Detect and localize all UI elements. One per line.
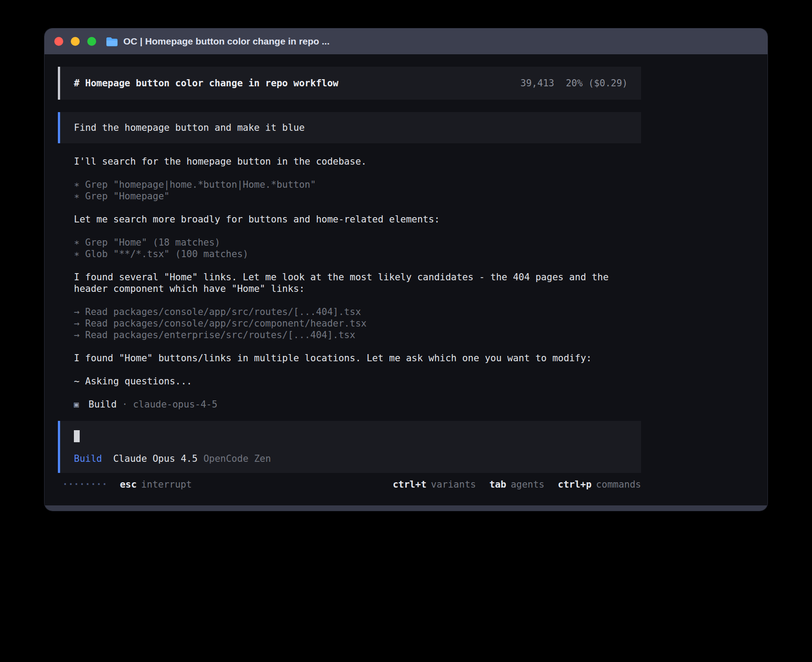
session-stats: 39,413 20% ($0.29)	[520, 78, 628, 89]
assistant-text: Let me search more broadly for buttons a…	[74, 214, 641, 225]
prompt-input[interactable]: Build Claude Opus 4.5 OpenCode Zen	[58, 421, 641, 473]
text-cursor	[74, 430, 80, 442]
tool-call-grep: ∗ Grep "homepage|home.*button|Home.*butt…	[74, 179, 641, 190]
folder-icon	[106, 37, 118, 46]
activity-dots: ········	[62, 479, 107, 490]
commands-hint: ctrl+p commands	[558, 479, 641, 490]
agents-label: agents	[511, 479, 544, 490]
context-cost: 20% ($0.29)	[566, 78, 628, 89]
session-title: # Homepage button color change in repo w…	[74, 78, 338, 89]
variants-hint: ctrl+t variants	[393, 479, 476, 490]
tool-call-grep: ∗ Grep "Homepage"	[74, 190, 641, 202]
statusbar: ········ esc interrupt ctrl+t variants t…	[58, 479, 641, 490]
traffic-lights	[54, 37, 96, 46]
tool-call-read: → Read packages/console/app/src/componen…	[74, 318, 641, 329]
interrupt-hint: esc interrupt	[120, 479, 192, 490]
agents-key: tab	[489, 479, 506, 490]
interrupt-label: interrupt	[141, 479, 192, 490]
agent-line: ▣ Build · claude-opus-4-5	[74, 399, 641, 410]
interrupt-key: esc	[120, 479, 137, 490]
tool-call-read: → Read packages/enterprise/src/routes/[.…	[74, 329, 641, 341]
close-button[interactable]	[54, 37, 63, 46]
agent-name: Build	[89, 399, 117, 410]
agents-hint: tab agents	[489, 479, 544, 490]
tool-call-read: → Read packages/console/app/src/routes/[…	[74, 306, 641, 318]
model-name: Claude Opus 4.5	[113, 453, 198, 464]
assistant-text: I found "Home" buttons/links in multiple…	[74, 352, 641, 364]
mode-name[interactable]: Build	[74, 453, 102, 464]
session-header: # Homepage button color change in repo w…	[58, 67, 641, 100]
agent-model: claude-opus-4-5	[133, 399, 218, 410]
commands-label: commands	[596, 479, 641, 490]
token-count: 39,413	[520, 78, 554, 89]
minimize-button[interactable]	[71, 37, 80, 46]
transcript: I'll search for the homepage button in t…	[58, 156, 641, 410]
tool-call-glob: ∗ Glob "**/*.tsx" (100 matches)	[74, 248, 641, 260]
variants-label: variants	[431, 479, 476, 490]
agent-separator: ·	[122, 399, 128, 410]
window-title: OC | Homepage button color change in rep…	[123, 36, 329, 47]
user-message-text: Find the homepage button and make it blu…	[74, 122, 304, 133]
commands-key: ctrl+p	[558, 479, 592, 490]
user-message: Find the homepage button and make it blu…	[58, 112, 641, 143]
maximize-button[interactable]	[87, 37, 96, 46]
assistant-text: I'll search for the homepage button in t…	[74, 156, 641, 167]
input-mode-line: Build Claude Opus 4.5 OpenCode Zen	[74, 453, 628, 464]
terminal-content: # Homepage button color change in repo w…	[58, 54, 641, 490]
statusbar-right: ctrl+t variants tab agents ctrl+p comman…	[379, 479, 641, 490]
provider-name: OpenCode Zen	[203, 453, 271, 464]
working-status: ~ Asking questions...	[74, 375, 641, 387]
terminal-window: OC | Homepage button color change in rep…	[45, 28, 767, 511]
variants-key: ctrl+t	[393, 479, 426, 490]
agent-square-icon: ▣	[74, 399, 79, 410]
titlebar[interactable]: OC | Homepage button color change in rep…	[45, 28, 767, 54]
tool-call-grep: ∗ Grep "Home" (18 matches)	[74, 237, 641, 248]
assistant-text: I found several "Home" links. Let me loo…	[74, 271, 641, 295]
statusbar-left: ········ esc interrupt	[58, 479, 192, 490]
